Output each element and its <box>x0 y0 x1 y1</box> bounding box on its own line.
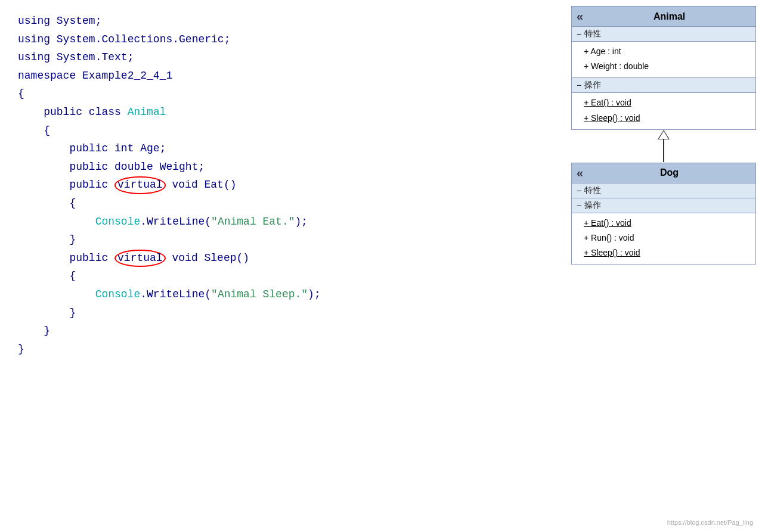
dog-operations-label: 操作 <box>584 200 601 211</box>
uml-panel: « Animal − 特性 + Age : int + Weight : dou… <box>562 0 765 532</box>
animal-collapse-icon[interactable]: « <box>577 10 583 23</box>
uml-class-dog: « Dog − 特性 − 操作 + Eat() : void + Run() :… <box>571 163 756 265</box>
dog-attributes-header: − 特性 <box>572 183 755 198</box>
dog-operations-items: + Eat() : void + Run() : void + Sleep() … <box>572 213 755 265</box>
virtual-circle-1: virtual <box>114 176 166 194</box>
animal-op-eat: + Eat() : void <box>584 95 751 110</box>
inheritance-arrow <box>658 130 670 163</box>
animal-title: Animal <box>588 11 751 22</box>
code-line-12: Console.WriteLine("Animal Eat."); <box>18 213 544 231</box>
dog-op-sleep: + Sleep() : void <box>584 245 751 260</box>
code-line-2: using System.Collections.Generic; <box>18 30 544 49</box>
code-line-6: public class Animal <box>18 103 544 122</box>
dog-operations-header: − 操作 <box>572 198 755 213</box>
animal-operations-items: + Eat() : void + Sleep() : void <box>572 93 755 129</box>
code-line-3: using System.Text; <box>18 48 544 67</box>
dog-title-bar: « Dog <box>572 163 755 183</box>
code-line-17: } <box>18 304 544 322</box>
code-line-8: public int Age; <box>18 139 544 158</box>
code-line-10: public virtual void Eat() <box>18 176 544 194</box>
dog-attributes-minus-icon: − <box>577 186 581 195</box>
watermark: https://blog.csdn.net/Pag_ling <box>667 519 753 526</box>
code-line-19: } <box>18 340 544 359</box>
dog-attributes-label: 特性 <box>584 185 601 196</box>
code-line-18: } <box>18 322 544 340</box>
uml-class-animal: « Animal − 特性 + Age : int + Weight : dou… <box>571 6 756 130</box>
code-line-16: Console.WriteLine("Animal Sleep."); <box>18 285 544 304</box>
animal-op-sleep: + Sleep() : void <box>584 111 751 126</box>
animal-title-bar: « Animal <box>572 7 755 27</box>
code-line-9: public double Weight; <box>18 158 544 176</box>
animal-attributes-items: + Age : int + Weight : double <box>572 42 755 78</box>
animal-operations-header: − 操作 <box>572 78 755 93</box>
dog-collapse-icon[interactable]: « <box>577 166 583 180</box>
dog-op-run: + Run() : void <box>584 231 751 245</box>
code-line-14: public virtual void Sleep() <box>18 249 544 267</box>
code-line-1: using System; <box>18 12 544 30</box>
animal-operations-minus-icon: − <box>577 80 581 90</box>
code-line-11: { <box>18 194 544 213</box>
animal-attr-age: + Age : int <box>584 44 751 59</box>
dog-title: Dog <box>588 167 751 178</box>
code-line-13: } <box>18 231 544 249</box>
animal-attr-weight: + Weight : double <box>584 59 751 74</box>
virtual-circle-2: virtual <box>114 250 166 267</box>
animal-attributes-minus-icon: − <box>577 29 581 39</box>
code-line-7: { <box>18 122 544 140</box>
code-line-4: namespace Example2_2_4_1 <box>18 67 544 85</box>
code-line-15: { <box>18 267 544 285</box>
dog-op-eat: + Eat() : void <box>584 216 751 231</box>
dog-operations-minus-icon: − <box>577 201 581 210</box>
animal-operations-label: 操作 <box>584 80 601 91</box>
code-line-5: { <box>18 85 544 103</box>
code-panel: using System; using System.Collections.G… <box>0 0 562 532</box>
animal-attributes-header: − 特性 <box>572 27 755 42</box>
animal-attributes-label: 特性 <box>584 29 601 39</box>
